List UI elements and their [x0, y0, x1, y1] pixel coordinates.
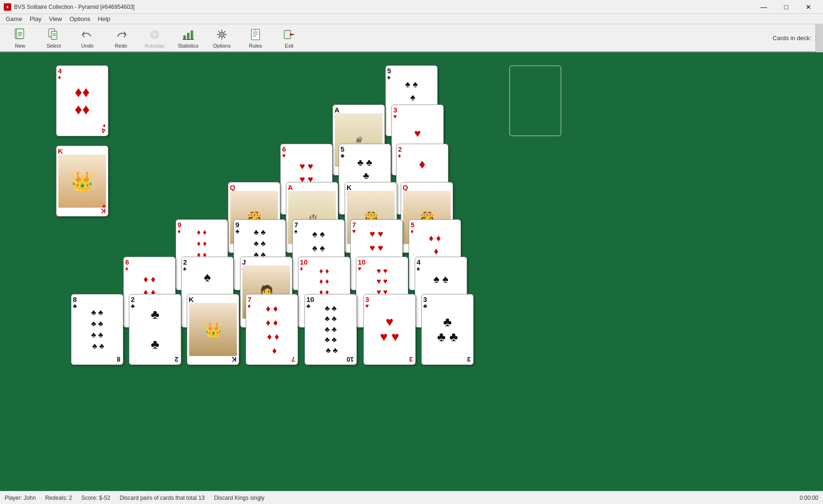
card-rank: 3	[393, 106, 442, 113]
redo-label: Redo	[115, 43, 127, 49]
pyramid-row7-card5[interactable]: 10 ♣ ♣ ♣♣ ♣♣ ♣♣ ♣ ♣ ♣ 10	[305, 294, 357, 365]
menu-game[interactable]: Game	[2, 14, 26, 23]
pyramid-row7-card2[interactable]: 2 ♣ ♣♣ 2	[129, 294, 181, 365]
pyramid-row7-card4[interactable]: 7 ♦ ♦ ♦♦ ♦ ♦ ♦ ♦ 7	[246, 294, 298, 365]
card-rank: K	[189, 296, 237, 303]
card-suit-br: ♦	[103, 123, 106, 129]
card-rank: Q	[230, 184, 278, 191]
card-rank-br: K	[232, 356, 236, 363]
card-pips: ♣ ♣♣ ♣♣ ♣♣ ♣ ♣ ♣	[324, 303, 338, 356]
new-icon	[13, 27, 28, 42]
autoplay-label: Autoplay	[145, 43, 165, 49]
card-rank: 6	[125, 259, 174, 266]
card-pips: ♦ ♦♦ ♦ ♦ ♦ ♦	[264, 301, 279, 357]
king-face: 👑	[58, 154, 106, 208]
menu-view[interactable]: View	[45, 14, 66, 23]
card-rank: A	[288, 184, 336, 191]
card-rank: J	[242, 259, 291, 266]
window-title: BVS Solitaire Collection - Pyramid [#646…	[14, 4, 135, 10]
options-icon	[214, 27, 229, 42]
card-suit: ♦	[58, 74, 106, 80]
card-pips: ♣♣	[151, 307, 159, 352]
king-face: 👑	[189, 303, 237, 356]
exit-label: Exit	[285, 43, 293, 49]
card-rank: 3	[365, 296, 414, 303]
exit-button[interactable]: Exit	[273, 26, 305, 50]
card-rank: 5	[411, 221, 459, 228]
card-rank: 4	[58, 67, 106, 74]
card-rank: 4	[417, 259, 465, 266]
undo-button[interactable]: Undo	[71, 26, 104, 50]
select-button[interactable]: Select	[37, 26, 70, 50]
svg-text:?: ?	[255, 29, 256, 32]
card-suit: ♥	[282, 153, 331, 159]
card-rank: K	[58, 147, 106, 154]
card-rank: 2	[183, 259, 232, 266]
titlebar: ♦ BVS Solitaire Collection - Pyramid [#6…	[0, 0, 823, 14]
game-area[interactable]: 4 ♦ ♦♦♦♦ 4 ♦ K ♥ 👑 K ♥ 5 ♠ ♠ ♠ ♠♠ ♠ 5 ♠ …	[0, 52, 823, 491]
card-rank-br: 10	[347, 356, 354, 363]
card-rank: 10	[300, 259, 348, 266]
autoplay-icon	[147, 27, 162, 42]
left-second-card[interactable]: K ♥ 👑 K ♥	[56, 146, 108, 217]
undo-label: Undo	[81, 43, 93, 49]
card-rank: K	[347, 184, 395, 191]
statusbar: Player: John Redeals: 2 Score: $-52 Disc…	[0, 491, 823, 504]
rules-icon: ?	[248, 27, 263, 42]
card-rank: A	[334, 106, 383, 113]
statistics-button[interactable]: Statistics	[172, 26, 205, 50]
svg-line-24	[219, 36, 220, 38]
svg-rect-12	[187, 33, 189, 40]
close-button[interactable]: ✕	[798, 0, 819, 14]
card-suit: ♦	[125, 266, 174, 272]
left-deck-card[interactable]: 4 ♦ ♦♦♦♦ 4 ♦	[56, 65, 108, 136]
card-suit: ♥	[365, 303, 414, 309]
card-suit: ♥	[393, 113, 442, 119]
card-pips: ♣♣ ♣	[437, 315, 458, 344]
card-center-suit: ♦♦♦♦	[75, 84, 90, 118]
menu-play[interactable]: Play	[26, 14, 45, 23]
redo-icon	[114, 27, 128, 42]
toolbar-scrollbar[interactable]	[816, 24, 823, 52]
new-label: New	[15, 43, 25, 49]
player-info: Player: John	[5, 495, 36, 501]
pyramid-row7-card7[interactable]: 3 ♣ ♣♣ ♣ 3	[421, 294, 474, 365]
svg-rect-1	[16, 29, 24, 39]
hint-text: Discard pairs of cards that total 13	[120, 495, 205, 501]
rules-label: Rules	[249, 43, 262, 49]
menu-help[interactable]: Help	[94, 14, 114, 23]
maximize-button[interactable]: □	[775, 0, 797, 14]
menu-options[interactable]: Options	[66, 14, 94, 23]
svg-line-22	[224, 36, 226, 38]
empty-card-slot[interactable]	[509, 65, 561, 136]
autoplay-button[interactable]: Autoplay	[138, 26, 171, 50]
titlebar-left: ♦ BVS Solitaire Collection - Pyramid [#6…	[4, 3, 135, 11]
card-rank: 10	[306, 296, 355, 303]
card-pips: ♣ ♣♣ ♣♣ ♣ ♣ ♣	[90, 307, 104, 352]
options-label: Options	[213, 43, 231, 49]
pyramid-row7-card6[interactable]: 3 ♥ ♥♥ ♥ 3	[363, 294, 416, 365]
card-rank: 2	[131, 296, 179, 303]
card-suit: ♠	[417, 266, 465, 272]
card-rank-br: 3	[467, 356, 471, 363]
statistics-icon	[181, 27, 196, 42]
minimize-button[interactable]: —	[753, 0, 774, 14]
pyramid-row7-card3[interactable]: K ♦ 👑 K	[187, 294, 239, 365]
card-rank: Q	[403, 184, 451, 191]
select-icon	[46, 27, 61, 42]
rules-button[interactable]: ? Rules	[239, 26, 272, 50]
card-rank: 2	[398, 146, 447, 153]
pyramid-row7-card1[interactable]: 8 ♣ ♣ ♣♣ ♣♣ ♣ ♣ ♣ 8	[71, 294, 123, 365]
exit-icon	[282, 27, 297, 42]
cards-in-deck-label: Cards in deck:	[773, 35, 811, 42]
new-button[interactable]: New	[4, 26, 36, 50]
options-button[interactable]: Options	[206, 26, 238, 50]
card-rank: 3	[423, 296, 472, 303]
redo-button[interactable]: Redo	[105, 26, 137, 50]
card-rank: 5	[387, 67, 436, 74]
score-info: Score: $-52	[81, 495, 110, 501]
svg-point-16	[221, 34, 223, 35]
hint-text2: Discard Kings singly	[214, 495, 264, 501]
card-suit-br: ♥	[102, 203, 106, 210]
toolbar: New Select Undo R	[0, 24, 823, 52]
